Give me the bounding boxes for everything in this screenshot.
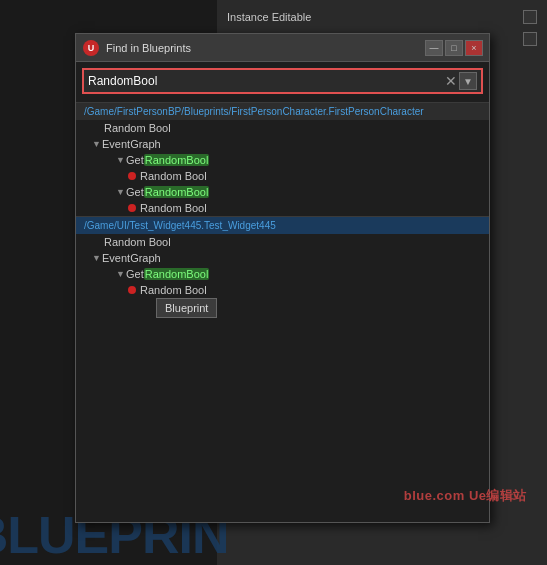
expand-arrow-5: ▼ <box>116 269 126 279</box>
blueprint-tooltip: Blueprint <box>156 298 217 318</box>
list-item[interactable]: ▼ Get RandomBool <box>76 152 489 168</box>
highlight-text-2: RandomBool <box>144 186 210 198</box>
path-item-1[interactable]: /Game/FirstPersonBP/Blueprints/FirstPers… <box>76 102 489 120</box>
expand-arrow-3: ▼ <box>116 187 126 197</box>
clear-search-button[interactable]: ✕ <box>445 73 457 89</box>
get-label-1: Get <box>126 154 144 166</box>
event-graph-label-2: EventGraph <box>102 252 161 264</box>
results-area[interactable]: /Game/FirstPersonBP/Blueprints/FirstPers… <box>76 100 489 518</box>
tooltip-text: Blueprint <box>165 302 208 314</box>
random-bool-label-1: Random Bool <box>104 122 171 134</box>
instance-editable-label: Instance Editable <box>227 11 523 23</box>
path-item-2[interactable]: /Game/UI/Test_Widget445.Test_Widget445 <box>76 216 489 234</box>
search-options-button[interactable]: ▼ <box>459 72 477 90</box>
find-in-blueprints-dialog: U Find in Blueprints — □ × ✕ ▼ /Game/Fir… <box>75 33 490 523</box>
highlight-text-3: RandomBool <box>144 268 210 280</box>
ue-logo-icon: U <box>82 39 100 57</box>
list-item[interactable]: ▼ EventGraph <box>76 250 489 266</box>
red-dot-icon-2 <box>128 204 136 212</box>
get-label-3: Get <box>126 268 144 280</box>
red-dot-icon-1 <box>128 172 136 180</box>
dialog-title: Find in Blueprints <box>106 42 425 54</box>
random-bool-label-2: Random Bool <box>104 236 171 248</box>
red-dot-icon-3 <box>128 286 136 294</box>
list-item[interactable]: ▼ Get RandomBool <box>76 184 489 200</box>
search-bar: ✕ ▼ <box>82 68 483 94</box>
expand-arrow: ▼ <box>92 139 102 149</box>
highlight-text-1: RandomBool <box>144 154 210 166</box>
list-item[interactable]: Random Bool <box>76 120 489 136</box>
maximize-button[interactable]: □ <box>445 40 463 56</box>
watermark-text: blue.com Ue编辑站 <box>404 487 527 505</box>
expand-arrow-4: ▼ <box>92 253 102 263</box>
close-button[interactable]: × <box>465 40 483 56</box>
expand-arrow-2: ▼ <box>116 155 126 165</box>
get-label-2: Get <box>126 186 144 198</box>
list-item[interactable]: Random Bool <box>76 168 489 184</box>
list-item[interactable]: ▼ Get RandomBool <box>76 266 489 282</box>
random-bool-result-3: Random Bool <box>140 284 207 296</box>
title-controls: — □ × <box>425 40 483 56</box>
list-item[interactable]: ▼ EventGraph <box>76 136 489 152</box>
list-item[interactable]: Random Bool Blueprint <box>76 282 489 298</box>
search-input[interactable] <box>88 74 445 88</box>
dialog-title-bar[interactable]: U Find in Blueprints — □ × <box>76 34 489 62</box>
random-bool-result-1: Random Bool <box>140 170 207 182</box>
list-item[interactable]: Random Bool <box>76 200 489 216</box>
minimize-button[interactable]: — <box>425 40 443 56</box>
list-item[interactable]: Random Bool <box>76 234 489 250</box>
instance-editable-checkbox[interactable] <box>523 10 537 24</box>
event-graph-label-1: EventGraph <box>102 138 161 150</box>
blueprint-readonly-checkbox[interactable] <box>523 32 537 46</box>
ue-logo: U <box>83 40 99 56</box>
random-bool-result-2: Random Bool <box>140 202 207 214</box>
